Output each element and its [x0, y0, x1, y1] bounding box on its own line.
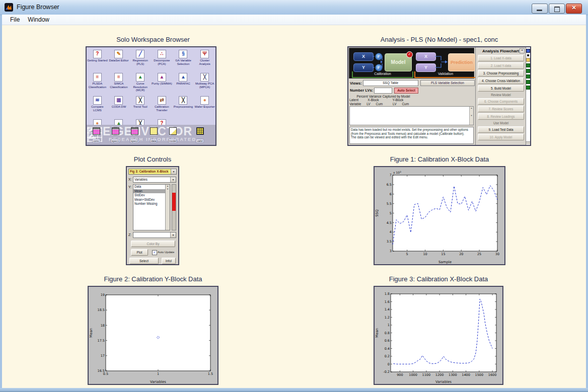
- app-icon-label: PARAFAC: [173, 82, 194, 86]
- selection-indicator-bar: [172, 184, 176, 230]
- app-icon-glyph: ●: [200, 96, 209, 105]
- chevron-down-icon: ▼: [170, 232, 176, 238]
- listbox-scrollbar: ▲▼: [165, 185, 170, 230]
- app-icon-label: Wafer Exporter: [194, 105, 215, 109]
- menu-bar: FileWindow: [2, 15, 586, 25]
- analysis-flowchart-panel: Analysis Flowchart ✕ 1. Load X-data2. Lo…: [475, 47, 526, 145]
- figure3-thumbnail[interactable]: 9001000110012001300140015001600-0.200.20…: [374, 286, 503, 385]
- app-icon-glyph: ╱: [136, 50, 144, 58]
- analysis-thumbnail[interactable]: X Y P P Model ✓ X Y Prediction Calibrati…: [347, 46, 531, 146]
- app-icon-label: Curve Resolution (MCR): [129, 82, 151, 92]
- workspace-item-label: spec2: [130, 139, 139, 143]
- svg-text:1300: 1300: [449, 373, 457, 377]
- flowchart-step-button: 5. Build Model: [478, 85, 524, 92]
- app-icon-label: Getting Started: [87, 59, 108, 62]
- svg-text:1.4: 1.4: [385, 307, 390, 311]
- info-button: Info!: [162, 258, 176, 264]
- number-lvs-field: [374, 88, 392, 94]
- app-icon-label: Trend Tool: [129, 105, 151, 109]
- svg-text:18: 18: [101, 324, 105, 328]
- app-icon-label: Decompose (PCA): [151, 59, 173, 65]
- svg-text:6: 6: [390, 192, 392, 196]
- app-icon-label: Multiway PCA (MPCA): [194, 82, 215, 89]
- svg-text:1: 1: [388, 323, 390, 327]
- status-message: Data has been loaded but no model exists…: [349, 127, 474, 144]
- svg-text:25: 25: [477, 252, 481, 256]
- auto-update-label: Auto Update: [158, 251, 174, 254]
- number-lvs-label: Number LVs:: [349, 88, 374, 93]
- workspace-app-icon: §GA Variable Selection: [173, 48, 194, 70]
- chevron-down-icon: ▼: [171, 169, 176, 174]
- workspace-app-icon: ≡SIMCA Classification: [108, 71, 130, 93]
- figure-selector-dropdown: Fig 3: Calibration X-Block Data ▼: [128, 169, 177, 175]
- plot-controls-thumbnail[interactable]: Fig 3: Calibration X-Block Data ▼ X: Var…: [126, 166, 179, 265]
- minimize-button[interactable]: [532, 4, 548, 14]
- file-icon: [150, 127, 158, 135]
- app-icon-glyph: ▲: [136, 73, 144, 82]
- figure3-plot: 9001000110012001300140015001600-0.200.20…: [375, 287, 502, 384]
- z-axis-dropdown: ▼: [133, 232, 176, 238]
- workspace-thumbnail-title: Solo Workspace Browser: [88, 36, 218, 43]
- plot-controls-title: Plot Controls: [111, 155, 194, 163]
- svg-text:15: 15: [441, 252, 445, 256]
- workspace-app-icon: ≋Compare LCMS: [87, 95, 108, 116]
- app-icon-glyph: §: [179, 50, 187, 58]
- svg-text:1500: 1500: [475, 373, 484, 377]
- x-axis-dropdown: Variables ▼: [133, 177, 176, 183]
- svg-text:Variables: Variables: [435, 380, 452, 384]
- app-icon-glyph: ≡: [93, 73, 102, 82]
- analysis-thumbnail-title: Analysis - PLS (No Model) - spec1, conc: [347, 36, 531, 43]
- maximize-button[interactable]: [549, 4, 565, 14]
- svg-text:18.5: 18.5: [98, 308, 105, 312]
- pls-variable-selection-tab: PLS Variable Selection: [420, 80, 475, 86]
- workspace-app-icon: ▲Curve Resolution (MCR): [129, 71, 151, 93]
- workspace-browser-thumbnail[interactable]: ?Getting Started✎DataSet Editor╱Regressi…: [86, 46, 216, 146]
- panel-close-icon: ✕: [520, 48, 525, 53]
- menu-window[interactable]: Window: [24, 15, 53, 24]
- plot-button: Plot: [131, 249, 148, 256]
- title-bar: Figure Browser ✕: [0, 0, 588, 15]
- svg-text:Sample: Sample: [438, 260, 452, 264]
- app-icon-glyph: ╳: [200, 73, 209, 82]
- table-icon: [112, 127, 119, 135]
- flowchart-step-button: 3. Choose Preprocessing: [478, 70, 524, 76]
- workspace-item-label: spec1: [111, 139, 120, 143]
- app-icon-glyph: Ψ: [200, 50, 209, 58]
- figure3-title: Figure 3: Calibration X-Block Data: [374, 275, 503, 283]
- workspace-app-icon: ⇄Calibration Transfer: [151, 95, 173, 116]
- svg-text:Variables: Variables: [150, 380, 166, 384]
- svg-text:16.5: 16.5: [98, 369, 105, 373]
- svg-text:30: 30: [495, 252, 499, 256]
- panel-section-label: Use Model: [478, 121, 524, 125]
- figure1-thumbnail[interactable]: 5101520253033.544.555.566.57SampleSSQx 1…: [374, 166, 505, 265]
- workspace-data-item: spec1: [107, 127, 124, 144]
- app-icon-label: DataSet Editor: [108, 59, 130, 62]
- app-icon-label: GA Variable Selection: [173, 59, 194, 65]
- svg-text:5: 5: [406, 252, 408, 256]
- app-icon-label: Purity (SIMMA): [151, 82, 173, 86]
- svg-text:4: 4: [390, 230, 392, 234]
- app-icon-glyph: ▦: [114, 96, 123, 105]
- workspace-app-icon: ✎DataSet Editor: [108, 48, 130, 70]
- tree-icon: [526, 63, 530, 67]
- matlab-app-icon: [5, 3, 13, 12]
- workspace-data-item: model: [164, 127, 181, 144]
- app-icon-label: CODA DW: [108, 105, 130, 109]
- views-label: Views:: [349, 81, 363, 86]
- flowchart-step-button: 4. Choose Cross-Validation: [478, 77, 524, 84]
- maximize-icon: [554, 7, 560, 12]
- workspace-app-icon: ΨCluster Analysis: [194, 48, 215, 70]
- svg-text:-0.2: -0.2: [383, 370, 390, 374]
- doc-icon: [169, 127, 177, 135]
- menu-file[interactable]: File: [6, 15, 24, 24]
- svg-text:1100: 1100: [422, 373, 431, 377]
- close-button[interactable]: ✕: [566, 4, 582, 14]
- svg-text:1200: 1200: [435, 373, 444, 377]
- app-icon-glyph: ≡: [114, 73, 123, 82]
- app-icon-glyph: ≋: [93, 96, 102, 105]
- table-icon: [131, 127, 138, 135]
- figure2-thumbnail[interactable]: 0.511.516.51717.51818.519VariablesMean: [88, 286, 218, 385]
- svg-text:0.2: 0.2: [385, 354, 390, 358]
- svg-text:4.5: 4.5: [387, 221, 392, 225]
- svg-text:1400: 1400: [462, 373, 470, 377]
